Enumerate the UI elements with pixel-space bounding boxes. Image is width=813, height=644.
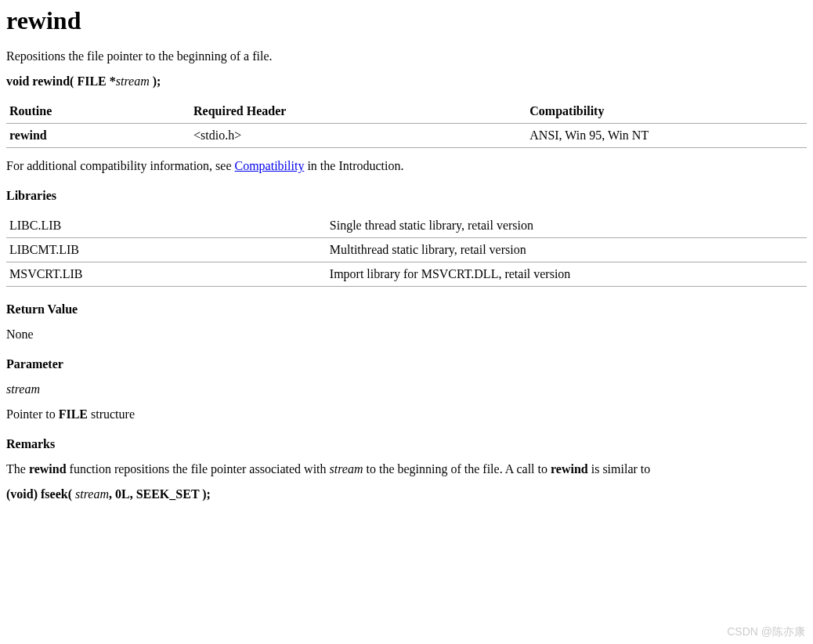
fseek-equivalent: (void) fseek( stream, 0L, SEEK_SET ); <box>6 487 807 501</box>
remarks-t1: The <box>6 462 29 476</box>
fseek-b2: , 0L, SEEK_SET ); <box>109 487 211 501</box>
return-value-heading: Return Value <box>6 302 807 317</box>
lib-desc: Single thread static library, retail ver… <box>327 214 807 238</box>
param-desc-suffix: structure <box>88 407 135 421</box>
param-desc-bold: FILE <box>59 407 88 421</box>
table-header-row: Routine Required Header Compatibility <box>6 99 807 124</box>
remarks-heading: Remarks <box>6 437 807 451</box>
remarks-b2: rewind <box>551 462 588 476</box>
header-routine: Routine <box>6 99 190 124</box>
signature-prefix: void rewind( FILE * <box>6 74 116 88</box>
table-row: LIBCMT.LIB Multithread static library, r… <box>6 238 807 262</box>
remarks-t2: function repositions the file pointer as… <box>67 462 330 476</box>
signature-param: stream <box>116 74 150 88</box>
page-title: rewind <box>6 6 807 35</box>
description-text: Repositions the file pointer to the begi… <box>6 49 807 63</box>
fseek-b1: (void) fseek( <box>6 487 72 501</box>
remarks-i1: stream <box>330 462 363 476</box>
lib-name: MSVCRT.LIB <box>6 262 327 287</box>
routine-table: Routine Required Header Compatibility re… <box>6 99 807 148</box>
cell-compat: ANSI, Win 95, Win NT <box>526 124 807 148</box>
parameter-description: Pointer to FILE structure <box>6 407 807 421</box>
parameter-heading: Parameter <box>6 357 807 371</box>
header-compat: Compatibility <box>526 99 807 124</box>
return-value-text: None <box>6 327 807 342</box>
signature-suffix: ); <box>150 74 161 88</box>
libraries-heading: Libraries <box>6 189 807 203</box>
compat-suffix: in the Introduction. <box>304 159 403 172</box>
lib-name: LIBC.LIB <box>6 214 327 238</box>
function-signature: void rewind( FILE *stream ); <box>6 74 807 89</box>
compatibility-link[interactable]: Compatibility <box>235 159 305 172</box>
remarks-text: The rewind function repositions the file… <box>6 462 807 476</box>
table-row: rewind <stdio.h> ANSI, Win 95, Win NT <box>6 124 807 148</box>
compat-prefix: For additional compatibility information… <box>6 159 235 172</box>
table-row: MSVCRT.LIB Import library for MSVCRT.DLL… <box>6 262 807 287</box>
fseek-i1: stream <box>75 487 109 501</box>
compat-info: For additional compatibility information… <box>6 159 807 173</box>
parameter-name: stream <box>6 382 807 396</box>
remarks-t4: is similar to <box>588 462 651 476</box>
cell-header: <stdio.h> <box>190 124 526 148</box>
remarks-t3: to the beginning of the file. A call to <box>363 462 551 476</box>
lib-desc: Multithread static library, retail versi… <box>327 238 807 262</box>
remarks-b1: rewind <box>29 462 67 476</box>
table-row: LIBC.LIB Single thread static library, r… <box>6 214 807 238</box>
libraries-table: LIBC.LIB Single thread static library, r… <box>6 214 807 287</box>
lib-name: LIBCMT.LIB <box>6 238 327 262</box>
cell-routine: rewind <box>6 124 190 148</box>
param-desc-prefix: Pointer to <box>6 407 59 421</box>
header-required: Required Header <box>190 99 526 124</box>
lib-desc: Import library for MSVCRT.DLL, retail ve… <box>327 262 807 287</box>
